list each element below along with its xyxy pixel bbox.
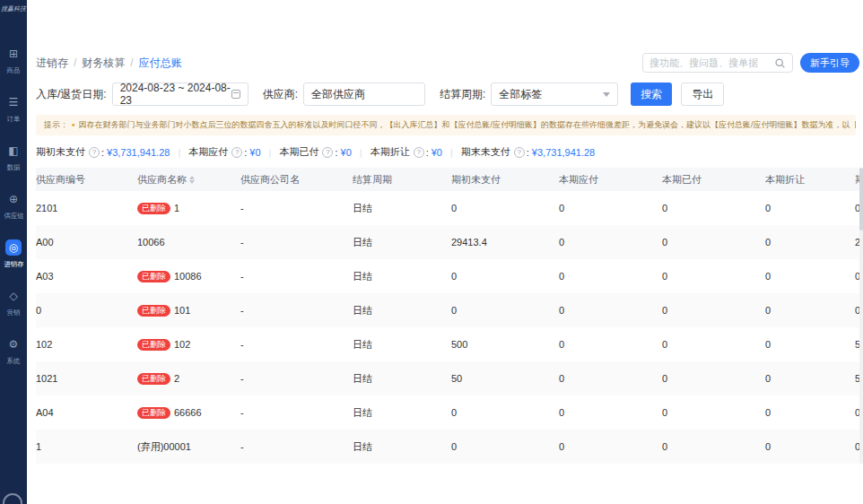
global-search-input[interactable] — [649, 57, 774, 68]
sidebar-item-supply-chain[interactable]: ⊕供应链 — [2, 191, 26, 222]
cell-supplier-name: 已删除1 — [137, 203, 240, 214]
period-select[interactable]: 全部标签 — [491, 83, 618, 106]
supply-chain-icon: ⊕ — [5, 191, 22, 207]
sidebar-item-goods[interactable]: ⊞商品 — [5, 46, 22, 76]
sidebar-item-label: 商品 — [7, 65, 21, 75]
inventory-icon: ◎ — [5, 239, 22, 256]
cell-period: 日结 — [353, 372, 451, 386]
summary-divider: | — [360, 147, 362, 158]
cell-supplier-code: 1021 — [36, 373, 137, 384]
table-row[interactable]: A03已删除10086-日结00000 — [36, 259, 863, 293]
deleted-badge: 已删除 — [137, 407, 170, 419]
column-header: 本期折让 — [765, 173, 855, 187]
column-header-label: 本期已付 — [662, 173, 702, 187]
notice-bar: 提示： • 因存在财务部门与业务部门对小数点后三位的数据四舍五入的标准以及时间口… — [36, 115, 856, 135]
global-search[interactable] — [642, 53, 793, 73]
breadcrumb-item[interactable]: 财务核算 — [82, 56, 125, 71]
column-header: 供应商编号 — [36, 173, 137, 187]
cell-paid: 0 — [662, 339, 765, 350]
help-float-icon[interactable] — [3, 493, 22, 504]
marketing-icon: ◇ — [5, 288, 22, 304]
sidebar-item-label: 营销 — [7, 308, 21, 317]
cell-company: - — [240, 441, 353, 452]
cell-supplier-name: 10066 — [137, 237, 240, 248]
table-row[interactable]: A0010066-日结29413.400029413.4 — [36, 225, 863, 259]
cell-discount: 0 — [765, 339, 855, 350]
summary-divider: | — [450, 147, 453, 158]
sidebar-item-orders[interactable]: ☰订单 — [5, 94, 22, 125]
cell-opening: 0 — [451, 305, 559, 316]
sidebar-item-system[interactable]: ⚙系统 — [5, 336, 22, 367]
help-icon[interactable]: ? — [514, 147, 525, 158]
cell-supplier-name: 已删除101 — [137, 305, 240, 317]
table-row[interactable]: 102已删除102-日结500000500 — [36, 327, 863, 361]
cell-supplier-code: A03 — [36, 271, 137, 282]
cell-supplier-code: A04 — [36, 407, 137, 418]
column-header-label: 结算周期 — [353, 173, 392, 187]
help-icon[interactable]: ? — [89, 147, 100, 158]
cell-discount: 0 — [765, 271, 855, 282]
summary-colon: : — [426, 147, 429, 158]
table-row[interactable]: 0已删除101-日结00000 — [36, 293, 863, 327]
column-header-label: 本期应付 — [559, 173, 598, 187]
cell-company: - — [240, 305, 353, 316]
summary-colon: : — [527, 147, 529, 158]
sidebar-item-inventory[interactable]: ◎进销存 — [2, 239, 26, 270]
summary-label: 期末未支付 — [461, 145, 510, 159]
deleted-badge: 已删除 — [137, 339, 170, 351]
guide-button[interactable]: 新手引导 — [800, 53, 859, 73]
table-row[interactable]: 1021已删除2-日结5000050 — [36, 361, 863, 395]
sidebar-item-data[interactable]: ◧数据 — [5, 143, 22, 173]
summary-item: 本期已付?:¥0 — [279, 145, 351, 159]
supplier-table: 供应商编号供应商名称供应商公司名结算周期期初未支付本期应付本期已付本期折让期末未… — [36, 168, 863, 464]
deleted-badge: 已删除 — [137, 203, 170, 214]
column-header: 供应商公司名 — [240, 173, 353, 187]
column-header: 期初未支付 — [451, 173, 559, 187]
sort-icon[interactable] — [189, 176, 195, 184]
cell-paid: 0 — [662, 407, 765, 418]
sort-down-arrow — [189, 180, 195, 184]
table-row[interactable]: A04已删除66666-日结00000 — [36, 395, 863, 430]
supplier-input[interactable] — [311, 88, 417, 100]
table-scrollbar[interactable] — [859, 168, 863, 464]
cell-opening: 0 — [451, 271, 559, 282]
cell-paid: 0 — [662, 203, 765, 213]
cell-company: - — [240, 203, 353, 213]
help-icon[interactable]: ? — [414, 147, 424, 158]
cell-company: - — [240, 339, 353, 350]
cell-period: 日结 — [353, 202, 451, 215]
summary-label: 期初未支付 — [36, 145, 85, 159]
cell-period: 日结 — [353, 338, 451, 352]
cell-supplier-code: 2101 — [36, 203, 137, 213]
cell-company: - — [240, 407, 353, 418]
cell-supplier-name: 已删除102 — [137, 339, 240, 351]
cell-discount: 0 — [765, 441, 855, 452]
help-icon[interactable]: ? — [231, 147, 242, 158]
supplier-name-text: 2 — [174, 373, 179, 384]
table-row[interactable]: 1(弃用)00001-日结00000 — [36, 430, 863, 464]
topbar-right: 新手引导 — [642, 53, 859, 73]
filter-bar: 入库/退货日期: 2024-08-23 ~ 2024-08-23 供应商: 结算… — [36, 83, 863, 106]
breadcrumb-item[interactable]: 进销存 — [36, 56, 68, 71]
breadcrumb-item[interactable]: 应付总账 — [139, 56, 182, 71]
calendar-icon — [231, 90, 240, 99]
cell-payable: 0 — [559, 407, 662, 418]
app-logo: 搜赢科技 — [1, 4, 26, 13]
table-row[interactable]: 2101已删除1-日结00000 — [36, 191, 863, 225]
sidebar-item-label: 订单 — [7, 114, 21, 124]
summary-label: 本期折让 — [370, 145, 410, 159]
notice-bullet-icon: • — [72, 120, 75, 130]
sidebar-item-marketing[interactable]: ◇营销 — [5, 288, 22, 318]
summary-colon: : — [335, 147, 337, 158]
export-button[interactable]: 导出 — [681, 83, 724, 106]
scrollbar-thumb[interactable] — [859, 168, 863, 230]
help-icon[interactable]: ? — [322, 147, 333, 158]
data-icon: ◧ — [5, 143, 22, 159]
summary-value: ¥3,731,941.28 — [532, 147, 595, 158]
date-range-input[interactable]: 2024-08-23 ~ 2024-08-23 — [112, 83, 248, 106]
supplier-name-text: 10066 — [137, 237, 165, 248]
summary-divider: | — [178, 147, 180, 158]
summary-value: ¥0 — [432, 147, 442, 158]
cell-opening: 500 — [451, 339, 559, 350]
search-button[interactable]: 搜索 — [631, 83, 672, 106]
